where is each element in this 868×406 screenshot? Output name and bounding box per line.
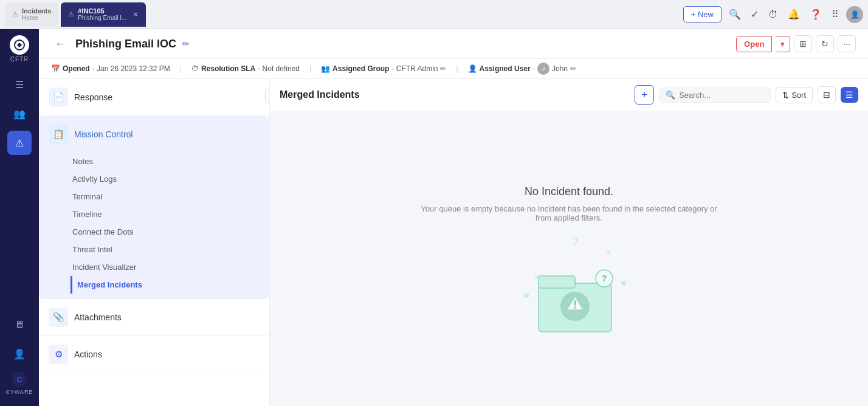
mission-control-header[interactable]: 📋 Mission Control (39, 116, 269, 153)
tab-incidents-home[interactable]: ⚠ Incidents Home (5, 2, 58, 27)
page-header-left: ← Phishing Email IOC ✏ (51, 36, 190, 52)
user-avatar-small: J (537, 63, 549, 75)
bell-icon: 🔔 (788, 9, 800, 20)
response-section: 📄 Response (39, 79, 269, 116)
status-button[interactable]: Open (736, 36, 772, 52)
body-split: « 📄 Response 📋 Mission Control Notes (39, 79, 868, 406)
tab-inc105[interactable]: ⚠ #INC105 Phishing Email I... ✕ (61, 2, 146, 27)
main-layout: CFTR ☰ 👥 ⚠ 🖥 👤 C CYWARE (0, 29, 868, 406)
mission-control-label: Mission Control (74, 129, 133, 139)
nav-terminal[interactable]: Terminal (71, 188, 269, 205)
svg-text:?: ? (572, 236, 578, 248)
search-input-icon: 🔍 (666, 91, 675, 100)
nav-bottom: 🖥 👤 C CYWARE (5, 312, 33, 400)
check-icon: ✓ (751, 9, 759, 20)
calendar-icon: 📅 (51, 64, 60, 73)
collapse-panel-btn[interactable]: « (265, 89, 270, 103)
main-panel: Merged Incidents + 🔍 ⇅ Sort ⊟ (270, 79, 868, 406)
page-title: Phishing Email IOC (75, 38, 176, 50)
filter-btn[interactable]: ⊟ (818, 86, 836, 103)
user-icon: 👤 (468, 64, 477, 73)
add-merged-incident-btn[interactable]: + (635, 85, 654, 105)
response-section-header[interactable]: 📄 Response (39, 79, 269, 115)
attachments-label: Attachments (74, 312, 122, 322)
user-value: John (552, 64, 568, 73)
tab-sublabel: Home (22, 15, 51, 21)
monitor-icon: 🖥 (15, 319, 24, 330)
nav-threat-intel[interactable]: Threat Intel (71, 241, 269, 258)
attachments-header[interactable]: 📎 Attachments (39, 299, 269, 335)
grid-icon: ⠿ (832, 9, 839, 20)
meta-bar: 📅 Opened · Jan 26 2023 12:32 PM | ⏱ Reso… (39, 59, 868, 79)
svg-text:C: C (17, 376, 22, 384)
edit-user-icon[interactable]: ✏ (570, 64, 576, 73)
header-actions: Open ▾ ⊞ ↻ ··· (736, 35, 856, 52)
back-button[interactable]: ← (51, 36, 69, 52)
nav-merged-incidents[interactable]: Merged Incidents (71, 276, 269, 294)
question-icon: ❓ (810, 9, 822, 20)
mission-control-icon: 📋 (49, 125, 68, 144)
search-box: 🔍 (659, 88, 771, 103)
person-icon: 👤 (13, 348, 26, 360)
edit-title-icon[interactable]: ✏ (182, 39, 190, 49)
actions-icon: ⚙ (49, 345, 68, 364)
actions-label: Actions (74, 349, 102, 359)
svg-text:?: ? (602, 274, 607, 283)
main-panel-title: Merged Incidents (280, 89, 360, 100)
tab-list: ⚠ Incidents Home ⚠ #INC105 Phishing Emai… (5, 2, 146, 27)
sla-label: Resolution SLA (201, 64, 255, 73)
main-panel-actions: + 🔍 ⇅ Sort ⊟ ☰ (635, 85, 858, 105)
actions-header[interactable]: ⚙ Actions (39, 336, 269, 373)
side-panel: « 📄 Response 📋 Mission Control Notes (39, 79, 270, 406)
group-icon: 👥 (321, 64, 330, 73)
user-label: Assigned User (480, 64, 531, 73)
nav-shield-btn[interactable]: ⚠ (7, 131, 32, 155)
nav-notes[interactable]: Notes (71, 153, 269, 170)
meta-assigned-user: 👤 Assigned User · J John ✏ (468, 63, 576, 75)
filter-icon: ⊟ (823, 90, 830, 100)
svg-point-5 (607, 251, 610, 255)
nav-activity-logs[interactable]: Activity Logs (71, 170, 269, 188)
tab-close-btn[interactable]: ✕ (133, 10, 139, 19)
question-icon-btn[interactable]: ❓ (807, 6, 824, 22)
nav-incident-visualizer[interactable]: Incident Visualizer (71, 258, 269, 276)
refresh-icon-btn[interactable]: ↻ (816, 35, 834, 52)
search-icon: 🔍 (729, 9, 741, 20)
check-icon-btn[interactable]: ✓ (748, 6, 761, 22)
nav-connect-the-dots[interactable]: Connect the Dots (71, 223, 269, 241)
assign-icon-btn[interactable]: ⊞ (794, 35, 812, 52)
tab-icon: ⚠ (12, 10, 18, 18)
tab-sublabel: Phishing Email I... (78, 15, 126, 21)
bell-icon-btn[interactable]: 🔔 (785, 6, 802, 22)
svg-point-4 (621, 281, 626, 286)
page-header: ← Phishing Email IOC ✏ Open ▾ ⊞ ↻ ··· (39, 29, 868, 59)
empty-state: No Incident found. Your queue is empty b… (270, 111, 868, 406)
nav-person-btn[interactable]: 👤 (7, 342, 32, 366)
opened-date-value: Jan 26 2023 12:32 PM (97, 64, 170, 73)
search-icon-btn[interactable]: 🔍 (726, 6, 743, 22)
nav-users-btn[interactable]: 👥 (7, 102, 32, 126)
nav-monitor-btn[interactable]: 🖥 (7, 312, 32, 337)
nav-menu-btn[interactable]: ☰ (7, 72, 32, 97)
tab-label: Incidents (22, 7, 51, 15)
status-dropdown-btn[interactable]: ▾ (776, 36, 790, 52)
tab-icon: ⚠ (68, 10, 74, 18)
svg-point-12 (574, 307, 576, 309)
clock-icon-btn[interactable]: ⏱ (766, 7, 780, 22)
meta-assigned-group: 👥 Assigned Group · CFTR Admin ✏ (321, 64, 446, 73)
sort-btn[interactable]: ⇅ Sort (776, 87, 813, 103)
logo-icon (10, 35, 29, 55)
edit-group-icon[interactable]: ✏ (440, 64, 446, 73)
more-options-btn[interactable]: ··· (838, 35, 856, 52)
cyware-text: CYWARE (5, 389, 33, 395)
grid-icon-btn[interactable]: ⠿ (829, 6, 841, 22)
new-button[interactable]: + New (683, 6, 722, 22)
search-input[interactable] (679, 91, 764, 100)
sort-icon: ⇅ (782, 91, 789, 100)
app-logo: CFTR (10, 35, 29, 63)
nav-timeline[interactable]: Timeline (71, 205, 269, 223)
response-icon: 📄 (49, 88, 68, 107)
view-toggle-btn[interactable]: ☰ (841, 87, 858, 103)
content-area: ← Phishing Email IOC ✏ Open ▾ ⊞ ↻ ··· 📅 … (39, 29, 868, 406)
user-avatar[interactable]: 👤 (846, 6, 863, 23)
